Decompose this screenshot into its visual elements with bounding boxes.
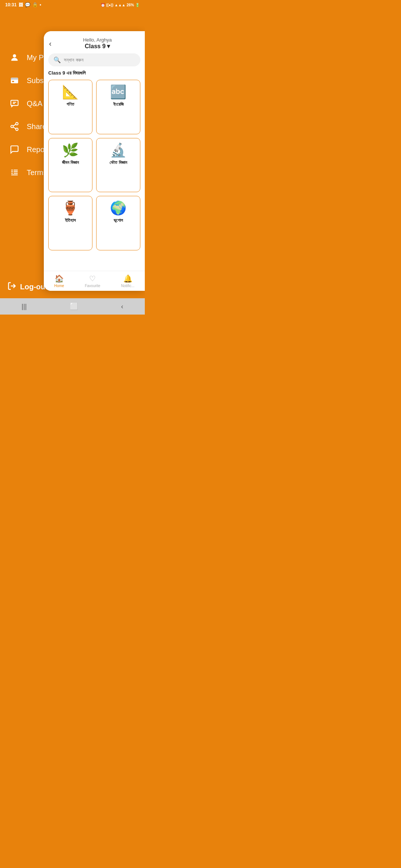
geography-icon: 🌍 — [110, 201, 127, 215]
time: 10:31 — [5, 2, 17, 7]
header-text: Hello, Arghya Class 9 ▾ — [55, 37, 140, 50]
subscribe-icon — [9, 75, 20, 86]
subject-card-math[interactable]: 📐 গণিত — [48, 80, 92, 134]
report-icon — [9, 144, 20, 155]
history-icon: 🏺 — [62, 201, 79, 215]
back-button[interactable]: ‹ — [49, 39, 52, 48]
section-title: Class 9 এর বিষয়গুলি — [44, 70, 145, 80]
greeting-text: Hello, Arghya — [83, 37, 112, 43]
photo-icon: 🖼 — [19, 2, 23, 7]
android-home-button[interactable]: ⬜ — [70, 302, 78, 310]
logout-icon — [7, 282, 16, 292]
search-icon: 🔍 — [53, 56, 61, 63]
chevron-down-icon: ▾ — [107, 43, 110, 50]
biology-label: জীবন বিজ্ঞান — [62, 160, 78, 165]
main-card: ‹ Hello, Arghya Class 9 ▾ 🔍 Class 9 এর ব… — [44, 31, 145, 291]
nav-favourite[interactable]: ♡ Favourite — [85, 274, 100, 288]
drawer: My Profile Subscribe now — [0, 9, 145, 298]
subject-card-history[interactable]: 🏺 ইতিহাস — [48, 196, 92, 250]
lock-icon: 🔒 — [32, 2, 38, 7]
biology-icon: 🌿 — [62, 144, 79, 157]
class-selector[interactable]: Class 9 ▾ — [85, 43, 110, 50]
status-right: ⏰ ((●)) ▲▲▲ 26% 🔋 — [101, 3, 140, 7]
svg-point-9 — [16, 128, 18, 131]
favourite-icon: ♡ — [89, 274, 96, 283]
signal-icon: ▲▲▲ — [114, 3, 125, 7]
svg-point-8 — [11, 125, 13, 128]
wifi-icon: ((●)) — [106, 3, 113, 7]
subject-card-physics[interactable]: 🔬 ভৌত বিজ্ঞান — [96, 138, 140, 193]
battery-icon: 🔋 — [135, 3, 140, 7]
svg-line-10 — [13, 127, 16, 129]
english-icon: 🔤 — [110, 85, 127, 99]
android-back-button[interactable]: ‹ — [121, 303, 123, 310]
bottom-nav: 🏠 Home ♡ Favourite 🔔 Notific... — [44, 271, 145, 291]
history-label: ইতিহাস — [65, 218, 76, 223]
android-nav-bar: ||| ⬜ ‹ — [0, 298, 145, 315]
qna-label: Q&A — [27, 99, 42, 108]
dot: • — [40, 2, 41, 7]
android-recent-button[interactable]: ||| — [22, 303, 27, 310]
nav-home[interactable]: 🏠 Home — [54, 274, 64, 288]
english-label: ইংরেজি — [113, 102, 124, 107]
favourite-label: Favourite — [85, 284, 100, 288]
subjects-grid: 📐 গণিত 🔤 ইংরেজি 🌿 জীবন বিজ্ঞান 🔬 ভৌত বিজ… — [44, 80, 145, 250]
subject-card-biology[interactable]: 🌿 জীবন বিজ্ঞান — [48, 138, 92, 193]
svg-line-11 — [13, 124, 16, 126]
share-icon — [9, 121, 20, 132]
notification-icon: 🔔 — [123, 274, 133, 283]
whatsapp-icon: 💬 — [25, 2, 30, 7]
battery: 26% — [127, 3, 134, 7]
status-bar: 10:31 🖼 💬 🔒 • ⏰ ((●)) ▲▲▲ 26% 🔋 — [0, 0, 145, 9]
svg-point-7 — [16, 122, 18, 125]
search-bar[interactable]: 🔍 — [48, 53, 140, 66]
profile-icon — [9, 52, 20, 63]
math-label: গণিত — [66, 102, 74, 107]
terms-icon — [9, 167, 20, 178]
nav-notification[interactable]: 🔔 Notific... — [121, 274, 134, 288]
home-label: Home — [54, 284, 64, 288]
svg-rect-2 — [11, 78, 18, 79]
physics-icon: 🔬 — [110, 144, 127, 157]
class-selector-label: Class 9 — [85, 43, 105, 50]
status-left: 10:31 🖼 💬 🔒 • — [5, 2, 41, 7]
search-input[interactable] — [64, 57, 135, 63]
geography-label: ভূগোল — [114, 218, 123, 223]
subject-card-geography[interactable]: 🌍 ভূগোল — [96, 196, 140, 250]
notification-label: Notific... — [121, 284, 134, 288]
subject-card-english[interactable]: 🔤 ইংরেজি — [96, 80, 140, 134]
alarm-icon: ⏰ — [101, 3, 105, 7]
card-header: ‹ Hello, Arghya Class 9 ▾ — [44, 31, 145, 53]
home-icon: 🏠 — [55, 274, 64, 283]
svg-rect-3 — [12, 81, 14, 82]
qna-icon — [9, 98, 20, 109]
physics-label: ভৌত বিজ্ঞান — [110, 160, 127, 165]
svg-rect-4 — [11, 100, 18, 105]
math-icon: 📐 — [62, 85, 79, 99]
svg-point-0 — [13, 54, 16, 57]
